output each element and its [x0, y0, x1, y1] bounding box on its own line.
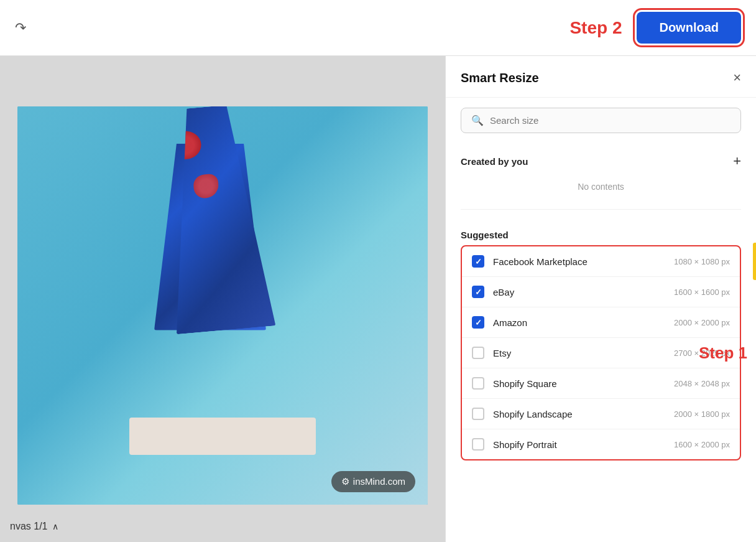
panel-title: Smart Resize: [461, 71, 539, 85]
top-bar: ↷ Step 2 Download: [0, 0, 756, 56]
created-by-you-section-header: Created by you +: [461, 143, 741, 174]
size-dimensions: 2700 × 2025 px: [674, 348, 730, 358]
close-button[interactable]: ×: [733, 70, 741, 86]
suggested-list-wrapper: Facebook Marketplace1080 × 1080 pxeBay16…: [461, 245, 741, 460]
panel-content: Created by you + No contents Suggested F…: [446, 143, 756, 542]
search-box: 🔍: [461, 108, 741, 133]
chevron-up-icon[interactable]: ∧: [52, 521, 58, 531]
canvas-label-text: nvas 1/1: [10, 521, 47, 532]
size-checkbox[interactable]: [472, 286, 484, 298]
size-checkbox[interactable]: [472, 408, 484, 420]
size-name: Shopify Square: [493, 378, 665, 389]
size-list: Facebook Marketplace1080 × 1080 pxeBay16…: [461, 245, 741, 460]
size-item[interactable]: Shopify Portrait1600 × 2000 px: [462, 429, 740, 459]
size-checkbox[interactable]: [472, 255, 484, 268]
size-item[interactable]: Shopify Landscape2000 × 1800 px: [462, 399, 740, 429]
size-checkbox[interactable]: [472, 347, 484, 359]
size-name: Etsy: [493, 348, 665, 358]
size-dimensions: 1080 × 1080 px: [674, 257, 730, 266]
canvas-area: ⚙ insMind.com nvas 1/1 ∧: [0, 56, 445, 542]
watermark-text: insMind.com: [353, 476, 405, 487]
step2-label: Step 2: [569, 18, 622, 38]
canvas-label: nvas 1/1 ∧: [10, 521, 58, 532]
download-button[interactable]: Download: [637, 12, 741, 44]
section-divider: [461, 209, 741, 210]
size-name: Facebook Marketplace: [493, 256, 665, 267]
redo-icon[interactable]: ↷: [15, 20, 26, 35]
shoe-platform: [129, 418, 316, 455]
size-checkbox[interactable]: [472, 438, 484, 451]
search-container: 🔍: [446, 98, 756, 143]
watermark-icon: ⚙: [341, 476, 349, 487]
size-item[interactable]: Etsy2700 × 2025 px: [462, 338, 740, 368]
canvas-image: ⚙ insMind.com: [17, 106, 428, 505]
created-by-you-title: Created by you: [461, 156, 528, 167]
size-dimensions: 1600 × 2000 px: [674, 440, 730, 449]
search-input[interactable]: [490, 115, 731, 126]
size-checkbox[interactable]: [472, 316, 484, 329]
size-dimensions: 2000 × 2000 px: [674, 318, 730, 327]
size-dimensions: 2048 × 2048 px: [674, 379, 730, 388]
panel-header: Smart Resize ×: [446, 56, 756, 98]
size-checkbox[interactable]: [472, 377, 484, 390]
suggested-title: Suggested: [461, 230, 509, 240]
size-item[interactable]: eBay1600 × 1600 px: [462, 277, 740, 307]
search-icon: 🔍: [471, 114, 484, 126]
accent-bar: [753, 243, 756, 280]
size-dimensions: 1600 × 1600 px: [674, 287, 730, 297]
size-item[interactable]: Amazon2000 × 2000 px: [462, 307, 740, 338]
size-name: Amazon: [493, 317, 665, 328]
no-contents-label: No contents: [461, 174, 741, 204]
size-name: Shopify Landscape: [493, 409, 665, 419]
smart-resize-panel: Smart Resize × 🔍 Created by you + No con…: [445, 56, 756, 542]
size-name: Shopify Portrait: [493, 439, 665, 450]
size-item[interactable]: Facebook Marketplace1080 × 1080 px: [462, 246, 740, 277]
top-bar-left: ↷: [15, 20, 26, 36]
watermark: ⚙ insMind.com: [331, 471, 415, 492]
floral-decoration: [193, 173, 219, 199]
suggested-section-header: Suggested: [461, 220, 741, 245]
add-size-button[interactable]: +: [733, 153, 741, 169]
size-item[interactable]: Shopify Square2048 × 2048 px: [462, 368, 740, 399]
size-dimensions: 2000 × 1800 px: [674, 409, 730, 419]
size-name: eBay: [493, 287, 665, 297]
main-area: ⚙ insMind.com nvas 1/1 ∧ Smart Resize × …: [0, 56, 756, 542]
